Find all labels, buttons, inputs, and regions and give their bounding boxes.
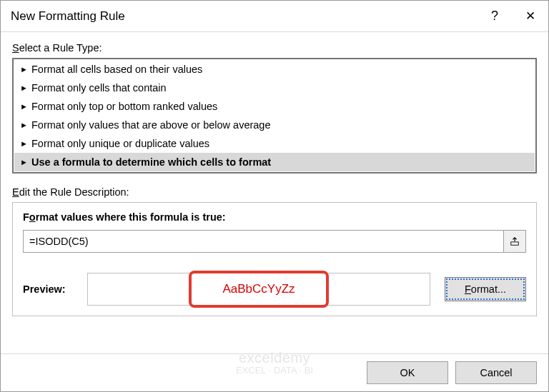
- rule-type-item[interactable]: ►Format only top or bottom ranked values: [14, 97, 535, 116]
- close-button[interactable]: ✕: [513, 1, 548, 32]
- cancel-button[interactable]: Cancel: [455, 361, 537, 384]
- titlebar: New Formatting Rule ? ✕: [1, 1, 548, 32]
- rule-type-item[interactable]: ►Format only unique or duplicate values: [14, 134, 535, 153]
- rule-type-item-label: Format only cells that contain: [31, 82, 167, 94]
- rule-type-item-label: Format only top or bottom ranked values: [31, 101, 217, 112]
- ok-button[interactable]: OK: [367, 361, 448, 384]
- rule-description-panel: Format values where this formula is true…: [12, 202, 537, 316]
- rule-type-item-label: Format only unique or duplicate values: [31, 138, 209, 149]
- format-button[interactable]: Format...: [445, 277, 526, 301]
- rule-type-item[interactable]: ►Format all cells based on their values: [14, 60, 535, 79]
- formula-row: [23, 230, 526, 253]
- help-button[interactable]: ?: [477, 1, 513, 32]
- rule-type-item[interactable]: ►Format only values that are above or be…: [14, 116, 535, 134]
- rule-type-item[interactable]: ►Use a formula to determine which cells …: [14, 153, 535, 171]
- dialog-content: Select a Rule Type: ►Format all cells ba…: [1, 32, 548, 353]
- preview-label: Preview:: [23, 283, 87, 295]
- rule-type-item-label: Use a formula to determine which cells t…: [31, 156, 271, 168]
- bullet-icon: ►: [20, 158, 31, 166]
- preview-box: AaBbCcYyZz: [87, 273, 430, 306]
- bullet-icon: ►: [20, 139, 31, 148]
- rule-type-item-label: Format all cells based on their values: [31, 64, 202, 75]
- bullet-icon: ►: [20, 84, 31, 92]
- rule-type-item[interactable]: ►Format only cells that contain: [14, 79, 535, 97]
- watermark: exceldemy EXCEL · DATA · BI: [236, 350, 313, 376]
- preview-sample-text: AaBbCcYyZz: [222, 282, 295, 296]
- select-rule-type-label: Select a Rule Type:: [12, 42, 537, 54]
- formula-input[interactable]: [23, 230, 503, 253]
- reference-icon: [510, 236, 520, 246]
- svg-rect-0: [511, 242, 519, 245]
- collapse-dialog-button[interactable]: [503, 230, 526, 253]
- rule-type-list: ►Format all cells based on their values►…: [12, 58, 537, 174]
- edit-rule-description-label: Edit the Rule Description:: [12, 186, 537, 198]
- dialog-footer: exceldemy EXCEL · DATA · BI OK Cancel: [1, 353, 548, 391]
- new-formatting-rule-dialog: New Formatting Rule ? ✕ Select a Rule Ty…: [0, 0, 549, 392]
- preview-box-wrap: AaBbCcYyZz: [87, 273, 436, 306]
- bullet-icon: ►: [20, 65, 31, 74]
- formula-label: Format values where this formula is true…: [23, 211, 526, 223]
- rule-type-item-label: Format only values that are above or bel…: [31, 119, 271, 131]
- bullet-icon: ►: [20, 121, 31, 129]
- bullet-icon: ►: [20, 102, 31, 111]
- dialog-title: New Formatting Rule: [11, 9, 477, 24]
- preview-row: Preview: AaBbCcYyZz Format...: [23, 273, 526, 306]
